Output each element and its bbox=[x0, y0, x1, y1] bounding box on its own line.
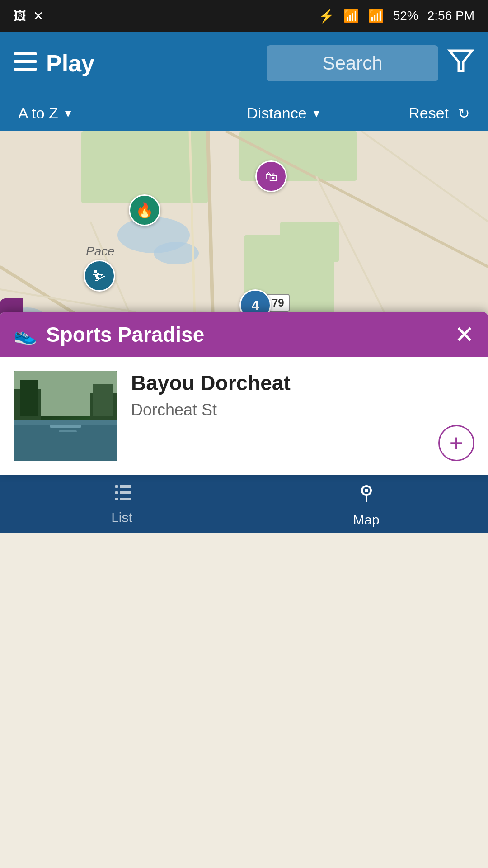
sort-bar: A to Z ▼ Distance ▼ Reset ↻ bbox=[0, 95, 488, 131]
list-tab-label: List bbox=[111, 510, 132, 525]
venue-image-svg bbox=[14, 371, 117, 461]
svg-marker-3 bbox=[450, 51, 472, 71]
az-dropdown-icon: ▼ bbox=[63, 107, 74, 120]
status-bar: 🖼 ✕ ⚡ 📶 📶 52% 2:56 PM bbox=[0, 0, 488, 32]
svg-rect-2 bbox=[14, 68, 37, 71]
add-button[interactable]: + bbox=[438, 425, 474, 461]
venue-image-inner bbox=[14, 371, 117, 461]
popup-content: Bayou Dorcheat Dorcheat St + bbox=[0, 357, 488, 475]
battery-text: 52% bbox=[393, 9, 418, 23]
activity-pin[interactable]: ⛷ bbox=[84, 260, 115, 292]
svg-rect-36 bbox=[50, 425, 81, 428]
svg-rect-40 bbox=[115, 491, 118, 494]
map-label-pace: Pace bbox=[86, 244, 115, 259]
list-icon bbox=[111, 484, 133, 506]
svg-line-27 bbox=[361, 131, 488, 222]
svg-rect-0 bbox=[14, 52, 37, 55]
venue-address: Dorcheat St bbox=[131, 401, 474, 420]
svg-rect-35 bbox=[14, 420, 117, 425]
popup-info: Bayou Dorcheat Dorcheat St bbox=[131, 371, 474, 420]
reset-icon: ↻ bbox=[458, 105, 470, 122]
reset-button[interactable]: Reset ↻ bbox=[408, 104, 470, 122]
tab-map[interactable]: Map bbox=[244, 481, 488, 528]
shopping-pin[interactable]: 🛍 bbox=[255, 160, 287, 192]
svg-rect-39 bbox=[120, 485, 131, 488]
sort-distance-button[interactable]: Distance ▼ bbox=[247, 104, 322, 122]
time-display: 2:56 PM bbox=[427, 9, 474, 23]
page-title: Play bbox=[46, 50, 258, 77]
map-tab-label: Map bbox=[353, 512, 379, 528]
sort-az-label: A to Z bbox=[18, 104, 58, 122]
venue-image bbox=[14, 371, 117, 461]
status-left-icons: 🖼 ✕ bbox=[14, 9, 43, 24]
svg-rect-41 bbox=[120, 491, 131, 494]
venue-name: Bayou Dorcheat bbox=[131, 371, 474, 395]
distance-dropdown-icon: ▼ bbox=[311, 107, 322, 120]
popup-category-icon: 👟 bbox=[14, 324, 37, 346]
wifi-icon: 📶 bbox=[343, 9, 359, 24]
filter-button[interactable] bbox=[447, 48, 474, 79]
image-icon: 🖼 bbox=[14, 9, 26, 24]
svg-rect-38 bbox=[115, 485, 118, 488]
close-icon: ✕ bbox=[33, 9, 43, 24]
popup-header: 👟 Sports Paradise ✕ bbox=[0, 312, 488, 357]
map-icon bbox=[355, 481, 378, 509]
svg-rect-37 bbox=[59, 430, 77, 432]
bluetooth-icon: ⚡ bbox=[319, 9, 334, 24]
popup-title: Sports Paradise bbox=[46, 322, 446, 347]
nav-bar: Play bbox=[0, 32, 488, 95]
svg-rect-31 bbox=[20, 380, 38, 416]
popup-card: 👟 Sports Paradise ✕ bbox=[0, 312, 488, 475]
svg-rect-4 bbox=[81, 131, 208, 203]
svg-rect-7 bbox=[280, 222, 339, 262]
signal-icon: 📶 bbox=[368, 9, 384, 24]
tab-list[interactable]: List bbox=[0, 484, 244, 525]
svg-rect-1 bbox=[14, 60, 37, 63]
reset-label: Reset bbox=[408, 104, 449, 122]
svg-point-45 bbox=[365, 489, 368, 492]
tab-bar: List Map bbox=[0, 475, 488, 533]
svg-rect-33 bbox=[93, 384, 113, 416]
menu-button[interactable] bbox=[14, 52, 37, 74]
sort-distance-label: Distance bbox=[247, 104, 306, 122]
search-input[interactable] bbox=[267, 45, 438, 81]
campfire-pin[interactable]: 🔥 bbox=[129, 194, 160, 226]
popup-close-button[interactable]: ✕ bbox=[455, 323, 474, 346]
svg-rect-43 bbox=[120, 498, 131, 500]
sort-az-button[interactable]: A to Z ▼ bbox=[18, 104, 74, 122]
svg-rect-42 bbox=[115, 498, 118, 500]
